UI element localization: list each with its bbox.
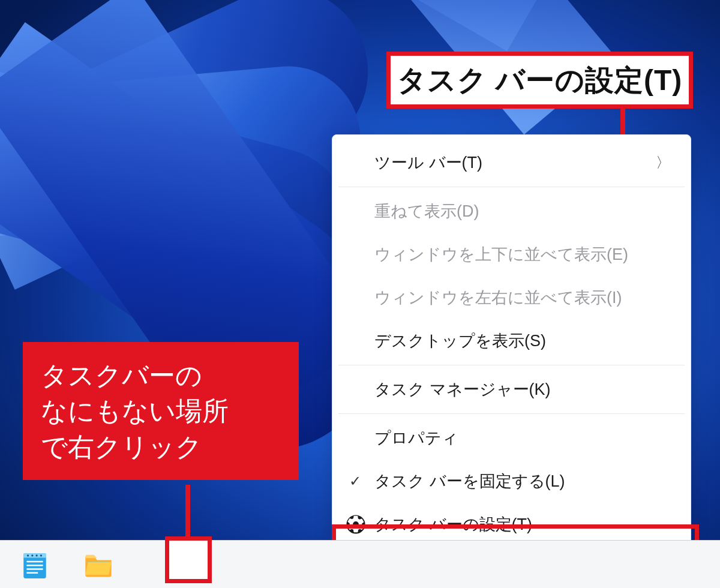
annotation-top-zoom-text: タスク バーの設定(T) xyxy=(397,61,683,100)
annotation-connector-left xyxy=(185,485,190,539)
menu-item-label: ツール バー(T) xyxy=(374,152,482,173)
svg-rect-8 xyxy=(26,565,43,566)
check-icon: ✓ xyxy=(349,473,361,490)
taskbar-app-notepad[interactable] xyxy=(18,548,52,581)
taskbar-app-file-explorer[interactable] xyxy=(82,548,115,581)
menu-item-label: ウィンドウを上下に並べて表示(E) xyxy=(374,244,628,265)
svg-point-4 xyxy=(31,554,33,556)
menu-item-label: ウィンドウを左右に並べて表示(I) xyxy=(374,287,622,308)
annotation-left-instruction: タスクバーの なにもない場所 で右クリック xyxy=(23,342,299,480)
svg-point-3 xyxy=(27,554,29,556)
menu-item-label: タスク バーの設定(T) xyxy=(374,514,532,535)
desktop-background[interactable]: タスク バーの設定(T) タスクバーの なにもない場所 で右クリック ツール バ… xyxy=(0,0,720,588)
menu-item-task-manager[interactable]: タスク マネージャー(K) xyxy=(332,368,691,411)
svg-rect-7 xyxy=(26,560,43,562)
menu-item-label: タスク バーを固定する(L) xyxy=(374,470,565,492)
svg-point-6 xyxy=(40,554,42,556)
menu-item-stack-horizontal: ウィンドウを左右に並べて表示(I) xyxy=(332,276,691,319)
menu-separator xyxy=(338,413,685,414)
menu-separator xyxy=(338,187,685,187)
annotation-left-text: タスクバーの なにもない場所 で右クリック xyxy=(41,361,229,461)
chevron-right-icon: 〉 xyxy=(656,153,670,172)
annotation-top-zoom: タスク バーの設定(T) xyxy=(386,52,693,109)
menu-item-label: タスク マネージャー(K) xyxy=(374,379,551,400)
folder-icon xyxy=(83,549,114,580)
taskbar-context-menu: ツール バー(T) 〉 重ねて表示(D) ウィンドウを上下に並べて表示(E) ウ… xyxy=(332,134,691,553)
menu-item-label: プロパティ xyxy=(374,427,458,449)
notepad-icon xyxy=(20,550,50,580)
svg-rect-2 xyxy=(23,553,46,557)
svg-point-5 xyxy=(35,554,37,556)
svg-rect-9 xyxy=(26,568,43,570)
menu-separator xyxy=(338,365,685,365)
menu-item-label: 重ねて表示(D) xyxy=(374,200,479,222)
gear-icon xyxy=(346,514,366,535)
menu-item-show-desktop[interactable]: デスクトップを表示(S) xyxy=(332,319,691,362)
menu-item-properties[interactable]: プロパティ xyxy=(332,416,691,460)
taskbar[interactable] xyxy=(0,540,720,588)
menu-item-toolbars[interactable]: ツール バー(T) 〉 xyxy=(332,141,691,184)
menu-item-stack-vertical: ウィンドウを上下に並べて表示(E) xyxy=(332,233,691,276)
menu-item-cascade: 重ねて表示(D) xyxy=(332,190,691,233)
menu-item-lock-taskbar[interactable]: ✓ タスク バーを固定する(L) xyxy=(332,460,691,503)
menu-item-label: デスクトップを表示(S) xyxy=(374,330,546,352)
svg-rect-10 xyxy=(26,572,38,574)
